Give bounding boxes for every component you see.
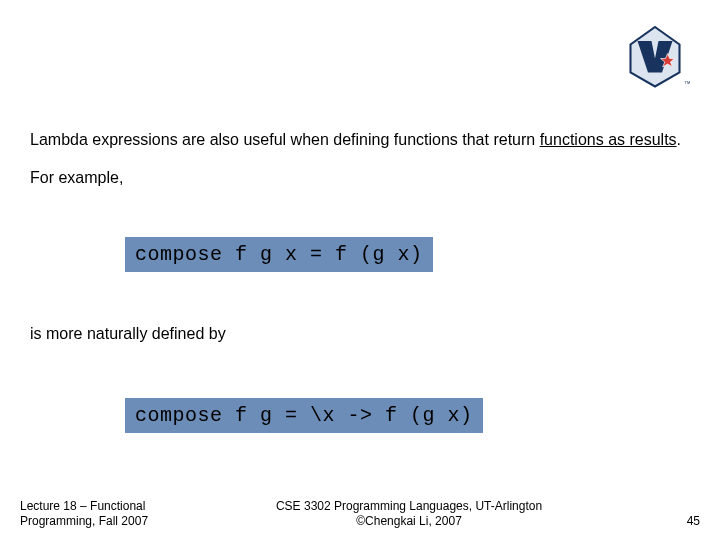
uta-logo: TM	[620, 20, 690, 94]
for-example-text: For example,	[30, 169, 690, 187]
footer-left: Lecture 18 – Functional Programming, Fal…	[20, 499, 148, 528]
intro-period: .	[677, 131, 681, 148]
intro-text-plain: Lambda expressions are also useful when …	[30, 131, 540, 148]
intro-text-underlined: functions as results	[540, 131, 677, 148]
footer-left-line1: Lecture 18 – Functional	[20, 499, 145, 513]
page-number: 45	[670, 514, 700, 528]
slide-body: Lambda expressions are also useful when …	[30, 130, 690, 478]
intro-paragraph: Lambda expressions are also useful when …	[30, 130, 690, 151]
code-block-1: compose f g x = f (g x)	[125, 237, 433, 272]
footer-left-line2: Programming, Fall 2007	[20, 514, 148, 528]
footer-center-line2: ©Chengkai Li, 2007	[356, 514, 462, 528]
code-block-2: compose f g = \x -> f (g x)	[125, 398, 483, 433]
footer-center-line1: CSE 3302 Programming Languages, UT-Arlin…	[276, 499, 542, 513]
mid-text: is more naturally defined by	[30, 325, 690, 343]
svg-text:TM: TM	[684, 80, 690, 85]
footer-center: CSE 3302 Programming Languages, UT-Arlin…	[148, 499, 670, 528]
slide-footer: Lecture 18 – Functional Programming, Fal…	[20, 499, 700, 528]
